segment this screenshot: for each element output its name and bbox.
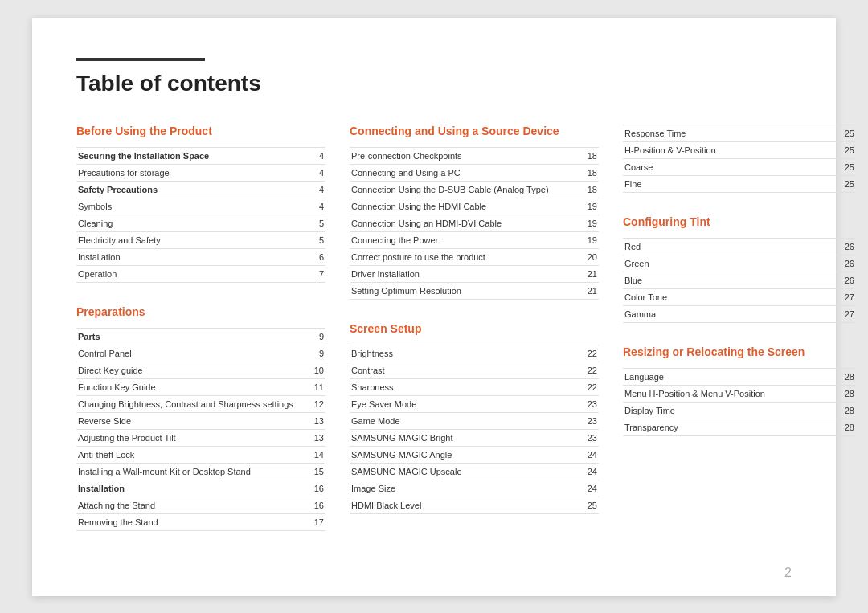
row-label: Precautions for storage [76, 164, 305, 181]
table-row: Driver Installation21 [350, 265, 599, 282]
section-block: Before Using the ProductSecuring the Ins… [76, 125, 326, 283]
row-number: 27 [836, 288, 856, 305]
toc-table: Brightness22Contrast22Sharpness22Eye Sav… [350, 345, 599, 514]
table-row: Reverse Side13 [76, 412, 326, 429]
row-number: 23 [579, 429, 599, 446]
row-number: 16 [305, 480, 326, 497]
row-number: 20 [579, 248, 599, 265]
table-row: Function Key Guide11 [76, 378, 326, 395]
row-label: SAMSUNG MAGIC Angle [350, 446, 579, 463]
row-number: 21 [579, 282, 599, 299]
table-row: Electricity and Safety5 [76, 231, 326, 248]
row-label: Anti-theft Lock [76, 446, 305, 463]
row-number: 5 [305, 215, 326, 231]
row-number: 24 [579, 480, 599, 497]
row-label: Installation [76, 480, 305, 497]
row-label: Installation [76, 248, 305, 265]
table-row: Connection Using an HDMI-DVI Cable19 [350, 215, 599, 231]
row-label: Color Tone [623, 288, 836, 305]
row-label: Transparency [623, 419, 836, 435]
row-number: 9 [305, 345, 326, 362]
table-row: Installation6 [76, 248, 326, 265]
row-number: 26 [836, 238, 856, 255]
section-block: PreparationsParts9Control Panel9Direct K… [76, 305, 326, 531]
table-row: Attaching the Stand16 [76, 497, 326, 513]
toc-table: Response Time25H-Position & V-Position25… [623, 125, 856, 193]
row-number: 4 [305, 164, 326, 181]
table-row: HDMI Black Level25 [350, 497, 599, 513]
row-label: Pre-connection Checkpoints [350, 147, 579, 164]
row-label: Brightness [350, 345, 579, 362]
row-label: Language [623, 368, 836, 385]
table-row: Control Panel9 [76, 345, 326, 362]
row-label: Fine [623, 175, 836, 192]
section-title: Before Using the Product [76, 125, 326, 137]
table-row: Fine25 [623, 175, 856, 192]
row-number: 23 [579, 412, 599, 429]
table-row: Image Size24 [350, 480, 599, 497]
table-row: Direct Key guide10 [76, 362, 326, 378]
table-row: Cleaning5 [76, 215, 326, 231]
row-number: 22 [579, 378, 599, 395]
row-label: Attaching the Stand [76, 497, 305, 513]
table-row: Transparency28 [623, 419, 856, 435]
toc-table: Parts9Control Panel9Direct Key guide10Fu… [76, 328, 326, 531]
row-number: 6 [305, 248, 326, 265]
table-row: Blue26 [623, 272, 856, 288]
row-label: Safety Precautions [76, 181, 305, 198]
row-number: 10 [305, 362, 326, 378]
row-label: SAMSUNG MAGIC Upscale [350, 463, 579, 480]
table-row: Menu H-Position & Menu V-Position28 [623, 385, 856, 402]
row-number: 26 [836, 255, 856, 272]
row-number: 18 [579, 181, 599, 198]
section-block: Resizing or Relocating the ScreenLanguag… [623, 345, 856, 436]
row-label: Symbols [76, 198, 305, 215]
row-number: 14 [305, 446, 326, 463]
row-label: Connection Using the HDMI Cable [350, 198, 579, 215]
row-label: Setting Optimum Resolution [350, 282, 579, 299]
row-number: 4 [305, 181, 326, 198]
row-label: Green [623, 255, 836, 272]
row-label: Connecting and Using a PC [350, 164, 579, 181]
table-row: Removing the Stand17 [76, 513, 326, 530]
row-label: Display Time [623, 402, 836, 419]
row-number: 5 [305, 231, 326, 248]
page-title: Table of contents [76, 71, 792, 96]
section-title: Preparations [76, 305, 326, 318]
row-number: 13 [305, 412, 326, 429]
page-number: 2 [784, 566, 792, 580]
section-title: Resizing or Relocating the Screen [623, 345, 856, 358]
row-number: 24 [579, 463, 599, 480]
row-label: Parts [76, 328, 305, 345]
row-number: 26 [836, 272, 856, 288]
row-number: 28 [836, 385, 856, 402]
row-label: Image Size [350, 480, 579, 497]
table-row: Connecting and Using a PC18 [350, 164, 599, 181]
table-row: Pre-connection Checkpoints18 [350, 147, 599, 164]
row-label: Coarse [623, 158, 836, 175]
row-label: Eye Saver Mode [350, 395, 579, 412]
table-row: Gamma27 [623, 305, 856, 322]
column-1: Before Using the ProductSecuring the Ins… [76, 125, 326, 554]
row-label: Response Time [623, 125, 836, 141]
row-number: 28 [836, 419, 856, 435]
table-row: Adjusting the Product Tilt13 [76, 429, 326, 446]
toc-table: Pre-connection Checkpoints18Connecting a… [350, 147, 599, 300]
table-row: Response Time25 [623, 125, 856, 141]
table-row: SAMSUNG MAGIC Bright23 [350, 429, 599, 446]
title-bar [76, 58, 205, 61]
row-label: Connection Using an HDMI-DVI Cable [350, 215, 579, 231]
table-row: Contrast22 [350, 362, 599, 378]
row-number: 25 [579, 497, 599, 513]
row-number: 18 [579, 164, 599, 181]
row-label: Connecting the Power [350, 231, 579, 248]
row-number: 4 [305, 198, 326, 215]
row-label: SAMSUNG MAGIC Bright [350, 429, 579, 446]
table-row: Setting Optimum Resolution21 [350, 282, 599, 299]
row-label: Securing the Installation Space [76, 147, 305, 164]
row-label: Operation [76, 265, 305, 282]
table-row: Brightness22 [350, 345, 599, 362]
table-row: Sharpness22 [350, 378, 599, 395]
row-label: H-Position & V-Position [623, 141, 836, 158]
table-row: Connecting the Power19 [350, 231, 599, 248]
